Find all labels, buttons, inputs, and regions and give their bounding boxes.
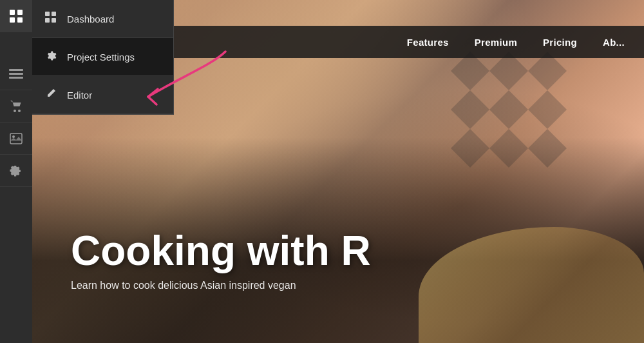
- svg-rect-3: [17, 17, 23, 23]
- svg-point-10: [12, 135, 15, 138]
- nav-features: Features: [407, 37, 449, 48]
- svg-rect-12: [52, 12, 56, 16]
- svg-rect-2: [10, 17, 15, 23]
- nav-premium: Premium: [475, 37, 517, 48]
- sidebar-icon-settings[interactable]: [0, 155, 32, 187]
- sidebar: [0, 0, 32, 343]
- dropdown-item-editor[interactable]: Editor: [32, 76, 173, 114]
- svg-point-7: [14, 110, 16, 112]
- hero-subtitle: Learn how to cook delicious Asian inspir…: [71, 280, 644, 291]
- nav-pricing: Pricing: [543, 37, 577, 48]
- project-settings-menu-label: Project Settings: [67, 52, 135, 63]
- svg-rect-1: [17, 10, 23, 15]
- sidebar-icon-dashboard[interactable]: [0, 0, 32, 32]
- svg-rect-0: [10, 10, 15, 15]
- svg-rect-11: [45, 12, 50, 16]
- dropdown-menu: Dashboard Project Settings Editor: [32, 0, 174, 115]
- editor-menu-icon: [45, 88, 58, 102]
- settings-menu-icon: [45, 50, 58, 64]
- dashboard-menu-icon: [45, 12, 58, 26]
- svg-point-8: [18, 110, 21, 112]
- hero-title: Cooking with R: [71, 228, 644, 273]
- svg-rect-13: [45, 18, 50, 23]
- hero-section: Cooking with R Learn how to cook delicio…: [71, 228, 644, 291]
- svg-rect-5: [9, 73, 23, 75]
- dashboard-menu-label: Dashboard: [67, 14, 114, 24]
- svg-rect-6: [9, 77, 23, 79]
- svg-rect-4: [9, 69, 23, 71]
- sidebar-icon-image[interactable]: [0, 122, 32, 155]
- svg-rect-14: [52, 18, 56, 23]
- dropdown-item-project-settings[interactable]: Project Settings: [32, 38, 173, 76]
- sidebar-icon-cart[interactable]: [0, 90, 32, 122]
- nav-about: Ab...: [603, 37, 625, 48]
- dropdown-item-dashboard[interactable]: Dashboard: [32, 0, 173, 38]
- sidebar-icon-layers[interactable]: [0, 58, 32, 90]
- editor-menu-label: Editor: [67, 90, 92, 101]
